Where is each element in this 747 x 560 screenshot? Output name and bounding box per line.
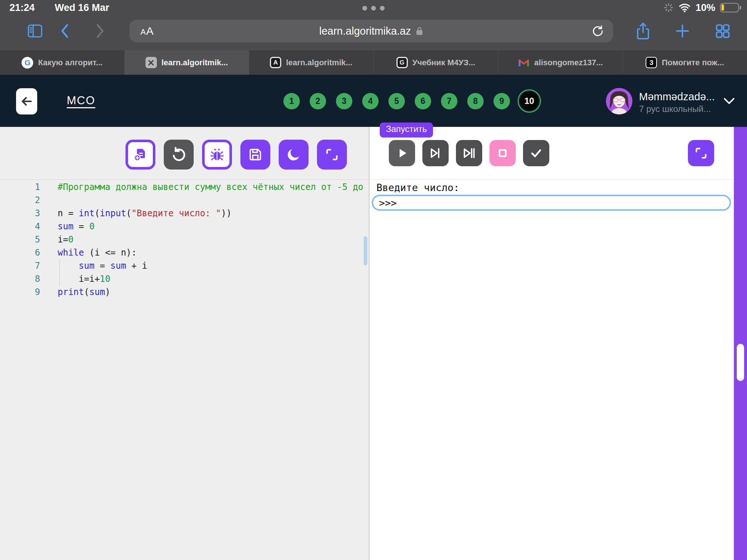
dark-mode-button[interactable] [279,140,309,170]
code-text: while (i <= n): [58,248,137,258]
console-prompt: Введите число: [376,182,460,193]
run-to-end-button[interactable] [456,140,482,166]
code-line[interactable]: 8 i=i+10 [0,272,369,285]
add-file-button[interactable] [125,140,155,170]
console-panel: Введите число: >>> [370,127,734,560]
tab-title: learn.algoritmik... [162,58,228,67]
console-toolbar [389,140,549,166]
code-line[interactable]: 5i=0 [0,233,369,246]
step-circle-4[interactable]: 4 [362,93,379,109]
line-number: 3 [0,207,40,220]
url-text[interactable]: learn.algoritmika.az [319,25,411,37]
step-circles: 12345678910 [283,86,539,116]
browser-chrome: 21:24 Wed 16 Mar 10% [0,0,747,50]
share-button[interactable] [635,22,651,40]
user-name[interactable]: Məmmədzadə... [639,91,715,103]
browser-tab[interactable]: GУчебник М4УЗ... [374,50,499,75]
line-number: 4 [0,220,40,233]
reload-button[interactable] [591,24,604,38]
browser-tab[interactable]: Alearn.algoritmik... [249,50,374,75]
code-line[interactable]: 4sum = 0 [0,220,369,233]
page-scrollbar-thumb[interactable] [737,344,744,381]
url-bar[interactable]: AA learn.algoritmika.az [129,20,613,42]
console-input[interactable]: >>> [372,195,731,211]
loading-spinner-icon [663,3,674,13]
battery-icon [720,3,739,12]
code-line[interactable]: 7 sum = sum + i [0,259,369,272]
letter-a-icon: A [270,57,281,68]
editor-scrollbar[interactable] [364,236,367,265]
code-text: print(sum) [58,287,111,297]
line-number: 6 [0,246,40,259]
fullscreen-console-button[interactable] [688,140,714,166]
close-tab-icon[interactable] [146,57,157,68]
tab-title: Какую алгорит... [38,58,102,67]
gmail-icon [518,58,530,67]
new-tab-button[interactable] [675,23,690,39]
save-button[interactable] [240,140,270,170]
code-line[interactable]: 6while (i <= n): [0,246,369,259]
page-scrollbar-track[interactable] [734,127,747,560]
screen: 21:24 Wed 16 Mar 10% [0,0,747,560]
multitask-dots-icon[interactable] [363,6,385,11]
line-number: 5 [0,233,40,246]
step-circle-9[interactable]: 9 [494,93,510,109]
letter-g-icon: G [396,57,408,68]
arrow-left-icon [20,95,33,108]
line-number: 7 [0,259,40,272]
line-number: 9 [0,285,40,299]
code-text: i=0 [58,234,73,245]
number-3-icon: 3 [646,57,657,68]
browser-tab[interactable]: learn.algoritmik... [125,50,249,75]
lock-icon [415,26,423,36]
code-line[interactable]: 9print(sum) [0,285,369,299]
code-line[interactable]: 1#Программа должна вывести сумму всех чё… [0,180,369,194]
logo-link[interactable]: MCO [67,94,95,107]
avatar[interactable] [606,88,632,114]
stop-button[interactable] [489,140,516,166]
code-line[interactable]: 2 [0,194,369,207]
browser-tab[interactable]: alisongomez137... [498,50,623,75]
step-circle-3[interactable]: 3 [336,93,352,109]
step-over-button[interactable] [422,140,449,166]
wifi-icon [678,3,691,13]
code-text: sum = 0 [58,221,94,232]
code-lines[interactable]: 1#Программа должна вывести сумму всех чё… [0,180,369,299]
tab-title: alisongomez137... [534,58,603,67]
browser-tab[interactable]: 3Помогите пож... [623,50,747,75]
forward-button[interactable] [94,23,106,39]
tab-title: learn.algoritmik... [286,58,352,67]
status-icons: 10% [663,1,739,15]
run-button[interactable] [389,140,415,166]
check-button[interactable] [523,140,549,166]
step-circle-1[interactable]: 1 [283,93,300,109]
line-number: 2 [0,194,40,207]
reset-button[interactable] [164,140,194,170]
back-nav-button[interactable] [16,88,37,114]
code-text: n = int(input("Введите число: ")) [58,208,232,218]
browser-tab[interactable]: GКакую алгорит... [0,50,125,75]
chevron-down-icon[interactable] [722,96,736,106]
tab-bar: GКакую алгорит...learn.algoritmik...Alea… [0,50,747,75]
tab-title: Учебник М4УЗ... [413,58,475,67]
status-date: Wed 16 Mar [55,2,109,13]
sidebar-toggle-button[interactable] [27,23,43,39]
code-text: i=i+10 [58,274,111,284]
user-subtitle: 7 рус школьный... [639,104,711,114]
editor-panel: 1#Программа должна вывести сумму всех чё… [0,127,369,560]
step-circle-8[interactable]: 8 [467,93,484,109]
step-circle-10[interactable]: 10 [520,92,539,110]
battery-percent: 10% [696,2,715,13]
step-circle-2[interactable]: 2 [310,93,326,109]
run-tooltip: Запустить [380,122,433,137]
code-line[interactable]: 3n = int(input("Введите число: ")) [0,207,369,220]
fullscreen-editor-button[interactable] [317,140,347,170]
debug-button[interactable] [202,140,232,170]
line-number: 1 [0,180,40,194]
back-button[interactable] [59,23,71,39]
step-circle-6[interactable]: 6 [415,93,431,109]
tabs-overview-button[interactable] [715,23,731,39]
google-icon: G [22,57,33,69]
step-circle-5[interactable]: 5 [388,93,405,109]
step-circle-7[interactable]: 7 [441,93,457,109]
